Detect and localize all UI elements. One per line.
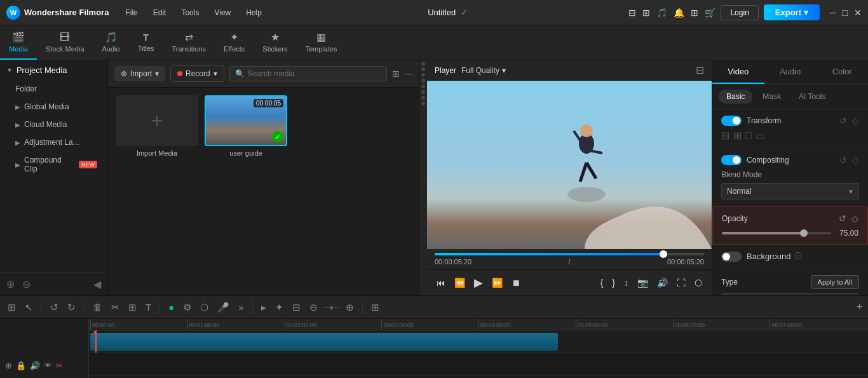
- transform-icon-3[interactable]: □: [745, 130, 752, 142]
- tl-ai-button[interactable]: ✦: [273, 300, 286, 315]
- tl-green-button[interactable]: ●: [166, 300, 177, 314]
- opacity-keyframe-icon[interactable]: ◇: [851, 213, 858, 224]
- tl-layout-button[interactable]: ⊞: [5, 300, 18, 315]
- sidebar-item-adjustment-layer[interactable]: ▶ Adjustment La...: [0, 133, 107, 151]
- eye-track-icon[interactable]: 👁: [44, 361, 52, 370]
- blur-select[interactable]: Blur: [721, 293, 859, 295]
- tab-video[interactable]: Video: [712, 60, 764, 84]
- tl-delete-button[interactable]: 🗑: [90, 300, 105, 314]
- tl-voice-button[interactable]: 🎤: [215, 300, 232, 315]
- pip-button[interactable]: ⬡: [693, 276, 704, 290]
- import-button[interactable]: ⊕ Import ▾: [114, 66, 165, 81]
- transform-icon-1[interactable]: ⊟: [721, 130, 729, 142]
- mark-in-button[interactable]: {: [599, 276, 606, 290]
- icon-grid[interactable]: ⊞: [691, 8, 698, 18]
- opacity-reset-icon[interactable]: ↺: [839, 213, 846, 224]
- icon-bell[interactable]: 🔔: [674, 8, 684, 18]
- maximize-button[interactable]: □: [843, 8, 848, 18]
- transform-keyframe-icon[interactable]: ◇: [852, 116, 859, 126]
- transform-reset-icon[interactable]: ↺: [839, 116, 847, 126]
- rewind-button[interactable]: ⏮: [435, 276, 447, 290]
- icon-cart[interactable]: 🛒: [705, 8, 715, 18]
- transform-icon-4[interactable]: ▭: [756, 130, 765, 142]
- audio-track-icon[interactable]: 🔊: [30, 361, 40, 370]
- audio-button[interactable]: 🔊: [655, 276, 670, 290]
- tab-transitions[interactable]: ⇄ Transitions: [163, 25, 215, 60]
- next-frame-button[interactable]: ⏩: [490, 276, 505, 290]
- track-clip-1[interactable]: [90, 333, 558, 351]
- media-item-user-guide[interactable]: 00:00:05 ✓ user guide: [205, 95, 287, 288]
- tl-add-track-button[interactable]: +: [856, 300, 863, 314]
- icon-monitor[interactable]: ⊟: [628, 8, 636, 18]
- tl-more-button[interactable]: »: [236, 300, 246, 314]
- compositing-reset-icon[interactable]: ↺: [839, 155, 847, 165]
- sidebar-item-folder[interactable]: Folder: [0, 80, 107, 98]
- icon-frames[interactable]: ⊞: [642, 8, 650, 18]
- menu-edit[interactable]: Edit: [148, 6, 172, 20]
- stop-button[interactable]: ⏹: [510, 276, 522, 290]
- more-icon[interactable]: ···: [405, 69, 412, 79]
- tl-text-button[interactable]: T: [143, 300, 154, 314]
- menu-tools[interactable]: Tools: [176, 6, 204, 20]
- lock-track-icon[interactable]: 🔒: [16, 361, 26, 370]
- sidebar-item-compound-clip[interactable]: ▶ Compound Clip NEW: [0, 151, 107, 178]
- sidebar-item-cloud-media[interactable]: ▶ Cloud Media: [0, 116, 107, 133]
- tab-titles[interactable]: T Titles: [129, 25, 163, 60]
- sidebar-item-global-media[interactable]: ▶ Global Media: [0, 98, 107, 116]
- tl-undo-button[interactable]: ↺: [48, 300, 61, 315]
- mark-out-button[interactable]: }: [610, 276, 617, 290]
- menu-view[interactable]: View: [209, 6, 236, 20]
- menu-help[interactable]: Help: [241, 6, 267, 20]
- quality-selector[interactable]: Full Quality ▾: [461, 66, 506, 75]
- tab-effects[interactable]: ✦ Effects: [215, 25, 254, 60]
- compositing-keyframe-icon[interactable]: ◇: [852, 155, 859, 165]
- add-track-icon[interactable]: ⊕: [5, 361, 12, 370]
- filter-icon[interactable]: ⊞: [392, 69, 400, 79]
- background-toggle[interactable]: [721, 252, 742, 262]
- tl-split-button[interactable]: ⊟: [290, 300, 303, 315]
- tl-select-button[interactable]: ↖: [22, 300, 36, 315]
- tab-color[interactable]: Color: [816, 60, 868, 84]
- login-button[interactable]: Login: [721, 5, 758, 20]
- player-screen-icon[interactable]: ⊟: [696, 64, 704, 76]
- tab-stock-media[interactable]: 🎞 Stock Media: [37, 25, 93, 60]
- tl-cut-button[interactable]: ✂: [109, 300, 122, 315]
- tl-zoom-out-button[interactable]: ⊖: [307, 300, 320, 315]
- cut-track-icon[interactable]: ✂: [56, 361, 63, 370]
- tab-media[interactable]: 🎬 Media: [0, 25, 37, 60]
- close-button[interactable]: ✕: [854, 8, 862, 18]
- tl-zoom-in-button[interactable]: ⊕: [343, 300, 356, 315]
- play-button[interactable]: ▶: [472, 274, 485, 292]
- add-folder-icon[interactable]: ⊕: [6, 278, 15, 290]
- collapse-panel-icon[interactable]: ◀: [93, 278, 101, 290]
- search-input[interactable]: [248, 69, 382, 78]
- background-info-icon[interactable]: ⓘ: [794, 251, 802, 262]
- opacity-slider[interactable]: [722, 232, 831, 234]
- tab-stickers[interactable]: ★ Stickers: [254, 25, 296, 60]
- tab-audio[interactable]: 🎵 Audio: [93, 25, 129, 60]
- menu-file[interactable]: File: [120, 6, 142, 20]
- compositing-toggle[interactable]: [721, 155, 742, 165]
- tab-templates[interactable]: ▦ Templates: [296, 25, 346, 60]
- tl-speed-button[interactable]: ⚙: [180, 300, 194, 315]
- tl-crop-button[interactable]: ⊞: [126, 300, 139, 315]
- fullscreen-button[interactable]: ⛶: [675, 276, 688, 290]
- media-item-import[interactable]: + Import Media: [116, 95, 198, 288]
- tl-redo-button[interactable]: ↻: [65, 300, 78, 315]
- snapshot-button[interactable]: 📷: [635, 276, 650, 290]
- export-button[interactable]: Export ▾: [764, 4, 820, 20]
- blend-mode-select[interactable]: Normal: [721, 183, 859, 199]
- transform-icon-2[interactable]: ⊞: [733, 130, 742, 142]
- subtab-ai-tools[interactable]: AI Tools: [791, 90, 833, 104]
- tl-mask-button[interactable]: ⬡: [198, 300, 211, 315]
- player-tab-label[interactable]: Player: [435, 66, 456, 75]
- project-media-header[interactable]: ▼ Project Media: [0, 60, 107, 80]
- apply-to-all-button[interactable]: Apply to All: [811, 275, 859, 289]
- tl-marker-button[interactable]: ▸: [259, 300, 269, 315]
- progress-bar[interactable]: [435, 253, 704, 255]
- minimize-button[interactable]: ─: [830, 8, 836, 18]
- subtab-mask[interactable]: Mask: [755, 90, 789, 104]
- transform-toggle[interactable]: [721, 116, 742, 126]
- record-button[interactable]: Record ▾: [170, 65, 224, 82]
- tab-audio[interactable]: Audio: [764, 60, 817, 84]
